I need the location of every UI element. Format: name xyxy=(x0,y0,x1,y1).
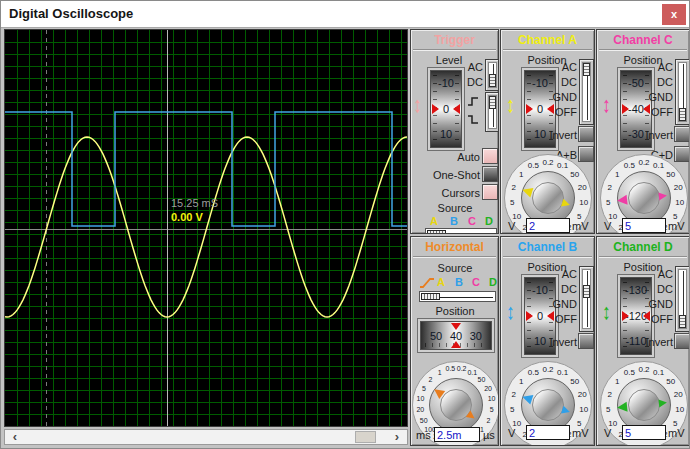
switch-handle[interactable] xyxy=(679,315,686,328)
divider xyxy=(503,49,592,51)
scale-tick-label: -30 xyxy=(628,129,644,140)
trigger-source-d-label: D xyxy=(483,215,495,227)
panel-horizontal: Horizontal Source A B C D Position 50 40… xyxy=(410,236,499,446)
trigger-cursors-button[interactable] xyxy=(482,184,498,200)
trigger-source-b-label: B xyxy=(448,215,460,227)
coupling-switch[interactable] xyxy=(579,266,594,332)
scale-marker-right-icon xyxy=(643,311,650,321)
scope-display[interactable]: 15.25 mS0.00 V xyxy=(4,29,408,427)
scale-value-input[interactable] xyxy=(622,218,666,233)
trigger-source-slider[interactable] xyxy=(425,228,497,234)
scale-value-input[interactable] xyxy=(526,425,570,440)
scale-marker-left-icon xyxy=(526,104,533,114)
scale-tick-label: -40 xyxy=(628,104,644,115)
volts-unit-right: mV xyxy=(572,427,589,439)
switch-handle[interactable] xyxy=(489,96,496,109)
channel-position-drag-arrow-icon[interactable]: ↕ xyxy=(602,301,611,323)
close-button[interactable]: x xyxy=(662,4,686,25)
horizontal-source-a-label: A xyxy=(435,276,447,288)
knob-cap[interactable] xyxy=(532,182,564,214)
trigger-source-c-label: C xyxy=(466,215,478,227)
panel-channel-d: Channel D Position -130 -120 -110 ↕ AC D… xyxy=(596,236,690,446)
switch-handle[interactable] xyxy=(489,74,496,87)
coupling-ac-label: AC xyxy=(641,268,673,280)
scrollbar-right-arrow-icon[interactable]: › xyxy=(389,430,405,444)
sum-button[interactable] xyxy=(674,146,690,162)
scale-tick-label: 10 xyxy=(534,129,546,140)
knob-cap[interactable] xyxy=(628,389,660,421)
trigger-level-drag-arrow-icon[interactable]: ↕ xyxy=(413,94,422,116)
knob-scale-label: 50 xyxy=(566,170,584,179)
switch-handle[interactable] xyxy=(583,285,590,298)
falling-edge-icon xyxy=(467,114,479,126)
trigger-source-slider-handle[interactable] xyxy=(427,230,446,234)
horizontal-source-slider-handle[interactable] xyxy=(421,293,440,300)
volts-unit-right: mV xyxy=(668,427,685,439)
knob-scale-label: 20 xyxy=(573,183,591,192)
knob-scale-label: 2 xyxy=(505,390,523,399)
scale-value-input[interactable] xyxy=(622,425,666,440)
window-title: Digital Oscilloscope xyxy=(9,6,133,21)
scale-marker-right-icon xyxy=(547,311,554,321)
knob-cap[interactable] xyxy=(628,182,660,214)
trigger-oneshot-button[interactable] xyxy=(482,166,498,182)
knob-scale-label: 10 xyxy=(671,405,689,414)
timebase-value-input[interactable] xyxy=(434,427,480,442)
knob-cap[interactable] xyxy=(532,389,564,421)
divider xyxy=(599,256,687,258)
trigger-source-a-label: A xyxy=(428,215,440,227)
oscilloscope-window: Digital Oscilloscope x 15.25 mS0.00 V ‹ … xyxy=(0,0,690,449)
knob-scale-label: 5 xyxy=(415,385,433,392)
knob-scale-label: 0.1 xyxy=(650,368,668,377)
scale-tick-label: -130 xyxy=(625,285,647,296)
channel-position-drag-arrow-icon[interactable]: ↕ xyxy=(506,301,515,323)
knob-counter-pointer-icon xyxy=(658,192,667,201)
scale-tick-label: -10 xyxy=(532,78,548,89)
coupling-ac-label: AC xyxy=(641,61,673,73)
channel-position-drag-arrow-icon[interactable]: ↕ xyxy=(602,94,611,116)
switch-handle[interactable] xyxy=(583,63,590,76)
display-scrollbar[interactable]: ‹ › xyxy=(4,429,408,445)
invert-button[interactable] xyxy=(674,333,690,349)
knob-scale-label: 0.1 xyxy=(554,368,572,377)
knob-scale-label: 20 xyxy=(669,183,687,192)
knob-scale-label: 50 xyxy=(662,170,680,179)
scale-tick-label: 30 xyxy=(470,330,482,342)
knob-scale-label: 2 xyxy=(601,183,619,192)
scale-marker-left-icon xyxy=(432,104,439,114)
channel-position-drag-arrow-icon[interactable]: ↕ xyxy=(506,94,515,116)
knob-scale-label: 50 xyxy=(662,377,680,386)
switch-handle[interactable] xyxy=(679,108,686,121)
scale-marker-bottom-icon xyxy=(451,341,461,348)
knob-scale-label: 10 xyxy=(411,395,429,402)
invert-button[interactable] xyxy=(578,333,594,349)
invert-button[interactable] xyxy=(674,126,690,142)
horizontal-position-label: Position xyxy=(425,305,485,317)
knob-pointer-icon xyxy=(617,195,628,206)
trigger-edge-switch[interactable] xyxy=(485,92,499,132)
horizontal-position-scale: 50 40 30 xyxy=(417,318,495,353)
coupling-switch[interactable] xyxy=(675,266,690,332)
invert-button[interactable] xyxy=(578,126,594,142)
scale-marker-top-icon xyxy=(451,323,461,330)
scale-value-input[interactable] xyxy=(526,218,570,233)
knob-scale-label: 0.1 xyxy=(650,161,668,170)
channel-title: Channel A xyxy=(501,33,594,47)
horizontal-source-d-label: D xyxy=(487,276,499,288)
coupling-switch[interactable] xyxy=(675,59,690,125)
trigger-auto-button[interactable] xyxy=(482,148,498,164)
channel-title: Channel D xyxy=(597,240,689,254)
scale-tick-label: -50 xyxy=(628,78,644,89)
coupling-switch[interactable] xyxy=(579,59,594,125)
trigger-coupling-switch[interactable] xyxy=(485,59,499,91)
scale-tick-label: 0 xyxy=(537,311,543,322)
sum-button[interactable] xyxy=(578,146,594,162)
scope-canvas: 15.25 mS0.00 V xyxy=(5,30,407,426)
scrollbar-thumb[interactable] xyxy=(355,431,376,443)
knob-scale-label: 5 xyxy=(483,406,499,413)
horizontal-source-b-label: B xyxy=(453,276,465,288)
scrollbar-left-arrow-icon[interactable]: ‹ xyxy=(7,430,23,444)
knob-scale-label: 10 xyxy=(671,198,689,207)
horizontal-source-slider[interactable] xyxy=(419,291,496,302)
invert-label: Invert xyxy=(541,336,577,348)
